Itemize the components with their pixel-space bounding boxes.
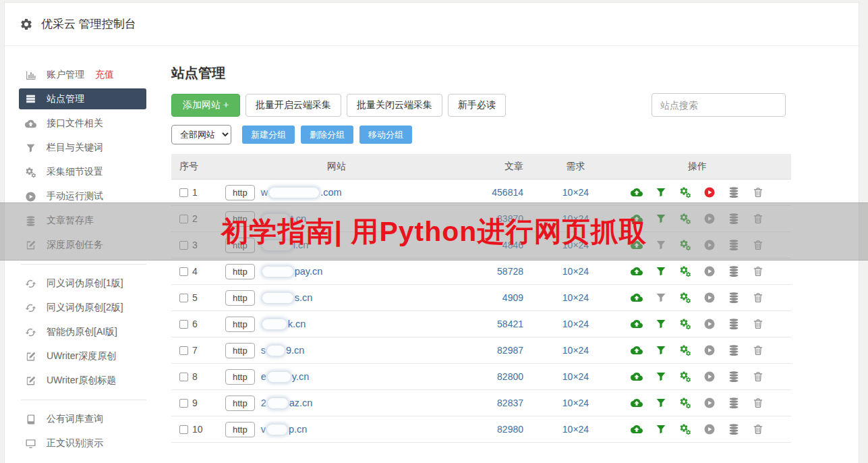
sidebar-item-uwriter-deep[interactable]: UWriter深度原创: [5, 344, 171, 369]
article-count-link[interactable]: 82987: [497, 345, 523, 356]
row-checkbox[interactable]: [179, 373, 188, 381]
database-icon[interactable]: [728, 371, 740, 383]
http-protocol-chip[interactable]: http: [225, 211, 255, 227]
group-filter-select[interactable]: 全部网站: [171, 125, 231, 144]
gears-icon[interactable]: [679, 344, 691, 356]
database-icon[interactable]: [728, 265, 740, 277]
demand-link[interactable]: 10×24: [562, 187, 589, 198]
http-protocol-chip[interactable]: http: [225, 185, 255, 200]
http-protocol-chip[interactable]: http: [225, 238, 255, 253]
http-protocol-chip[interactable]: http: [225, 290, 255, 306]
trash-icon[interactable]: [752, 265, 764, 277]
add-site-button[interactable]: 添加网站 +: [171, 94, 240, 117]
trash-icon[interactable]: [752, 213, 764, 225]
row-checkbox[interactable]: [179, 346, 188, 355]
cloud-upload-icon[interactable]: [631, 292, 643, 304]
row-checkbox[interactable]: [179, 188, 188, 197]
sidebar-item-synonym-v1[interactable]: 同义词伪原创[1版]: [5, 271, 171, 296]
newbie-guide-button[interactable]: 新手必读: [448, 94, 506, 117]
database-icon[interactable]: [728, 213, 740, 225]
trash-icon[interactable]: [752, 397, 764, 409]
article-count-link[interactable]: 82837: [497, 398, 523, 408]
play-icon[interactable]: [703, 397, 716, 409]
sidebar-item-interface-files[interactable]: 接口文件相关: [5, 111, 171, 136]
sidebar-item-account[interactable]: 账户管理 充值: [5, 63, 171, 87]
filter-icon[interactable]: [655, 423, 667, 435]
cloud-upload-icon[interactable]: [631, 213, 643, 225]
trash-icon[interactable]: [752, 423, 764, 435]
cloud-upload-icon[interactable]: [631, 186, 643, 198]
filter-icon[interactable]: [655, 265, 667, 277]
site-domain-link[interactable]: t.cn: [261, 213, 306, 224]
site-domain-link[interactable]: pay.cn: [261, 266, 323, 277]
sidebar-item-deep-original-task[interactable]: 深度原创任务: [5, 233, 171, 257]
site-domain-link[interactable]: w.com: [261, 187, 342, 198]
article-count-link[interactable]: 58728: [497, 266, 523, 277]
database-icon[interactable]: [728, 397, 740, 409]
site-domain-link[interactable]: ey.cn: [261, 371, 310, 382]
trash-icon[interactable]: [752, 292, 764, 304]
article-count-link[interactable]: 4846: [502, 240, 523, 250]
new-group-button[interactable]: 新建分组: [242, 126, 295, 144]
row-checkbox[interactable]: [179, 320, 188, 329]
trash-icon[interactable]: [752, 186, 764, 198]
sidebar-item-collect-settings[interactable]: 采集细节设置: [5, 160, 171, 184]
site-domain-link[interactable]: s9.cn: [261, 345, 305, 356]
demand-link[interactable]: 10×24: [562, 371, 589, 382]
http-protocol-chip[interactable]: http: [225, 422, 255, 437]
batch-disable-button[interactable]: 批量关闭云端采集: [347, 94, 442, 117]
database-icon[interactable]: [728, 423, 740, 435]
play-icon[interactable]: [703, 186, 716, 198]
demand-link[interactable]: 10×24: [562, 398, 589, 408]
gears-icon[interactable]: [679, 318, 691, 330]
cloud-upload-icon[interactable]: [631, 239, 643, 251]
row-checkbox[interactable]: [179, 294, 188, 302]
sidebar-item-site-management[interactable]: 站点管理: [19, 88, 146, 109]
site-domain-link[interactable]: 2az.cn: [261, 398, 313, 408]
sidebar-item-manual-run-test[interactable]: 手动运行测试: [5, 184, 171, 209]
filter-icon[interactable]: [655, 318, 667, 330]
article-count-link[interactable]: 456814: [492, 187, 523, 198]
cloud-upload-icon[interactable]: [631, 265, 643, 277]
play-icon[interactable]: [703, 265, 716, 277]
site-domain-link[interactable]: s.cn: [261, 292, 313, 303]
http-protocol-chip[interactable]: http: [225, 369, 255, 385]
gears-icon[interactable]: [679, 186, 691, 198]
database-icon[interactable]: [728, 239, 740, 251]
filter-icon[interactable]: [655, 239, 667, 251]
gears-icon[interactable]: [679, 239, 691, 251]
database-icon[interactable]: [728, 292, 740, 304]
database-icon[interactable]: [728, 344, 740, 356]
article-count-link[interactable]: 58421: [497, 319, 523, 329]
row-checkbox[interactable]: [179, 399, 188, 408]
site-domain-link[interactable]: vp.cn: [261, 424, 308, 435]
sidebar-item-article-store[interactable]: 文章暂存库: [5, 209, 171, 233]
play-icon[interactable]: [703, 292, 716, 304]
sidebar-item-public-lexicon[interactable]: 公有词库查询: [5, 407, 171, 431]
recharge-link[interactable]: 充值: [95, 69, 114, 81]
demand-link[interactable]: 10×24: [562, 424, 589, 435]
http-protocol-chip[interactable]: http: [225, 317, 255, 332]
gears-icon[interactable]: [679, 423, 691, 435]
sidebar-item-smart-ai[interactable]: 智能伪原创[AI版]: [5, 320, 171, 344]
filter-icon[interactable]: [655, 371, 667, 383]
cloud-upload-icon[interactable]: [631, 423, 643, 435]
article-count-link[interactable]: 4909: [502, 292, 523, 303]
gears-icon[interactable]: [679, 265, 691, 277]
http-protocol-chip[interactable]: http: [225, 343, 255, 358]
play-icon[interactable]: [703, 344, 716, 356]
sidebar-item-content-recognition[interactable]: 正文识别演示: [5, 431, 171, 456]
demand-link[interactable]: 10×24: [562, 213, 589, 224]
cloud-upload-icon[interactable]: [631, 318, 643, 330]
play-icon[interactable]: [703, 213, 716, 225]
play-icon[interactable]: [703, 318, 716, 330]
trash-icon[interactable]: [752, 344, 764, 356]
row-checkbox[interactable]: [179, 425, 188, 434]
demand-link[interactable]: 10×24: [562, 266, 589, 277]
batch-enable-button[interactable]: 批量开启云端采集: [245, 94, 341, 117]
sidebar-item-columns-keywords[interactable]: 栏目与关键词: [5, 136, 171, 160]
trash-icon[interactable]: [752, 318, 764, 330]
demand-link[interactable]: 10×24: [562, 319, 589, 329]
http-protocol-chip[interactable]: http: [225, 264, 255, 279]
gears-icon[interactable]: [679, 213, 691, 225]
